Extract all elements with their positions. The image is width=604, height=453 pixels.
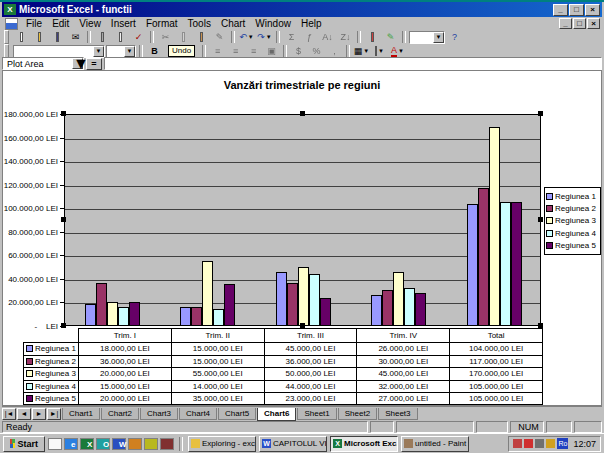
bar-regiunea-1[interactable]: [180, 307, 191, 325]
language-indicator[interactable]: Ro: [557, 438, 568, 449]
font-color-icon[interactable]: A▼: [389, 45, 406, 58]
comma-icon[interactable]: ,: [326, 45, 343, 58]
edit-formula-button[interactable]: =: [86, 58, 102, 70]
close-button[interactable]: ×: [587, 18, 600, 29]
menu-tools[interactable]: Tools: [183, 17, 216, 30]
menu-window[interactable]: Window: [250, 17, 296, 30]
bar-regiunea-2[interactable]: [191, 307, 202, 325]
bar-regiunea-3[interactable]: [489, 127, 500, 325]
selection-handle[interactable]: [538, 217, 543, 222]
currency-icon[interactable]: $: [290, 45, 307, 58]
bar-regiunea-2[interactable]: [382, 290, 393, 325]
bar-regiunea-4[interactable]: [213, 309, 224, 325]
name-box-dropdown-icon[interactable]: ▼: [72, 58, 83, 69]
tab-chart2[interactable]: Chart2: [101, 408, 139, 420]
cards-icon[interactable]: [160, 438, 174, 450]
zoom-combo-arrow[interactable]: ▼: [433, 32, 444, 43]
bold-button[interactable]: B: [146, 45, 163, 58]
bar-regiunea-2[interactable]: [96, 283, 107, 325]
msn-icon[interactable]: [128, 438, 142, 450]
font-size-combo-arrow[interactable]: ▼: [124, 46, 135, 57]
prev-sheet-button[interactable]: ◄: [17, 408, 31, 420]
chart-sheet[interactable]: Vanzări trimestriale pe regiuni 180.000,…: [2, 70, 602, 406]
fill-color-icon[interactable]: ▼: [371, 45, 388, 58]
align-right-icon[interactable]: ≡: [245, 45, 262, 58]
menu-format[interactable]: Format: [141, 17, 183, 30]
plot-area[interactable]: [64, 114, 541, 326]
start-button[interactable]: Start: [3, 436, 45, 452]
align-center-icon[interactable]: ≡: [227, 45, 244, 58]
legend-item[interactable]: Regiunea 2: [546, 204, 599, 213]
antivirus-icon[interactable]: [524, 439, 533, 448]
bar-regiunea-2[interactable]: [478, 188, 489, 325]
menu-view[interactable]: View: [74, 17, 106, 30]
tab-chart5[interactable]: Chart5: [218, 408, 256, 420]
chart-legend[interactable]: Regiunea 1Regiunea 2Regiunea 3Regiunea 4…: [544, 187, 601, 255]
bar-regiunea-3[interactable]: [107, 302, 118, 325]
tab-chart1[interactable]: Chart1: [62, 408, 100, 420]
bar-regiunea-4[interactable]: [118, 307, 129, 325]
scheduler-icon[interactable]: [513, 439, 522, 448]
undo-icon-dropdown[interactable]: ▼: [248, 34, 254, 40]
font-size-combo[interactable]: ▼: [106, 45, 136, 58]
tab-chart4[interactable]: Chart4: [179, 408, 217, 420]
tab-sheet1[interactable]: Sheet1: [297, 408, 336, 420]
toolbar-grip[interactable]: [4, 44, 9, 58]
borders-icon-dropdown[interactable]: ▼: [363, 48, 369, 54]
merge-center-icon[interactable]: ▣: [263, 45, 280, 58]
bar-regiunea-5[interactable]: [129, 302, 140, 325]
bar-regiunea-1[interactable]: [276, 272, 287, 325]
email-icon[interactable]: ✉: [67, 31, 84, 44]
spelling-icon[interactable]: ✓: [130, 31, 147, 44]
selection-handle[interactable]: [61, 111, 66, 116]
menu-insert[interactable]: Insert: [106, 17, 141, 30]
print-icon[interactable]: [94, 31, 111, 44]
bar-regiunea-5[interactable]: [511, 202, 522, 325]
selection-handle[interactable]: [300, 111, 305, 116]
sort-ascending-icon[interactable]: A↓: [319, 31, 336, 44]
selection-handle[interactable]: [538, 111, 543, 116]
bar-regiunea-5[interactable]: [320, 298, 331, 325]
font-combo[interactable]: ▼: [13, 45, 105, 58]
new-document-icon[interactable]: [13, 31, 30, 44]
redo-icon-dropdown[interactable]: ▼: [266, 34, 272, 40]
redo-icon[interactable]: ↷▼: [256, 31, 273, 44]
title-bar[interactable]: X Microsoft Excel - functii _□×: [2, 2, 602, 17]
align-left-icon[interactable]: ≡: [209, 45, 226, 58]
task-exploring-excel[interactable]: Exploring - excel: [188, 436, 256, 452]
autosum-icon[interactable]: Σ: [283, 31, 300, 44]
bar-regiunea-1[interactable]: [85, 304, 96, 325]
fill-color-icon-dropdown[interactable]: ▼: [378, 48, 384, 54]
bar-regiunea-4[interactable]: [309, 274, 320, 325]
menu-help[interactable]: Help: [296, 17, 327, 30]
legend-item[interactable]: Regiunea 1: [546, 192, 599, 201]
bar-regiunea-5[interactable]: [415, 293, 426, 325]
excel-icon[interactable]: X: [80, 438, 94, 450]
chart-wizard-icon[interactable]: [364, 31, 381, 44]
display-icon[interactable]: [546, 439, 555, 448]
bar-regiunea-4[interactable]: [500, 202, 511, 325]
percent-icon[interactable]: %: [308, 45, 325, 58]
tab-sheet3[interactable]: Sheet3: [378, 408, 417, 420]
restore-button[interactable]: □: [569, 4, 584, 16]
task-microsoft-exc-[interactable]: XMicrosoft Exc...: [330, 436, 398, 452]
menu-file[interactable]: File: [21, 17, 47, 30]
minimize-button[interactable]: _: [553, 4, 568, 16]
formula-input[interactable]: [104, 57, 602, 70]
paste-function-icon[interactable]: ƒ: [301, 31, 318, 44]
tab-sheet2[interactable]: Sheet2: [338, 408, 377, 420]
bar-regiunea-2[interactable]: [287, 283, 298, 325]
access-icon[interactable]: [144, 438, 158, 450]
bar-regiunea-1[interactable]: [371, 295, 382, 325]
zoom-combo[interactable]: ▼: [409, 31, 445, 44]
copy-icon[interactable]: [175, 31, 192, 44]
help-icon[interactable]: ?: [446, 31, 463, 44]
bar-regiunea-3[interactable]: [393, 272, 404, 325]
bar-regiunea-4[interactable]: [404, 288, 415, 325]
name-box[interactable]: Plot Area ▼: [2, 57, 84, 70]
minimize-button[interactable]: _: [559, 18, 572, 29]
bar-regiunea-5[interactable]: [224, 284, 235, 325]
task-untitled-paint[interactable]: untitled - Paint: [401, 436, 469, 452]
outlook-icon[interactable]: O: [96, 438, 110, 450]
font-color-icon-dropdown[interactable]: ▼: [398, 48, 404, 54]
